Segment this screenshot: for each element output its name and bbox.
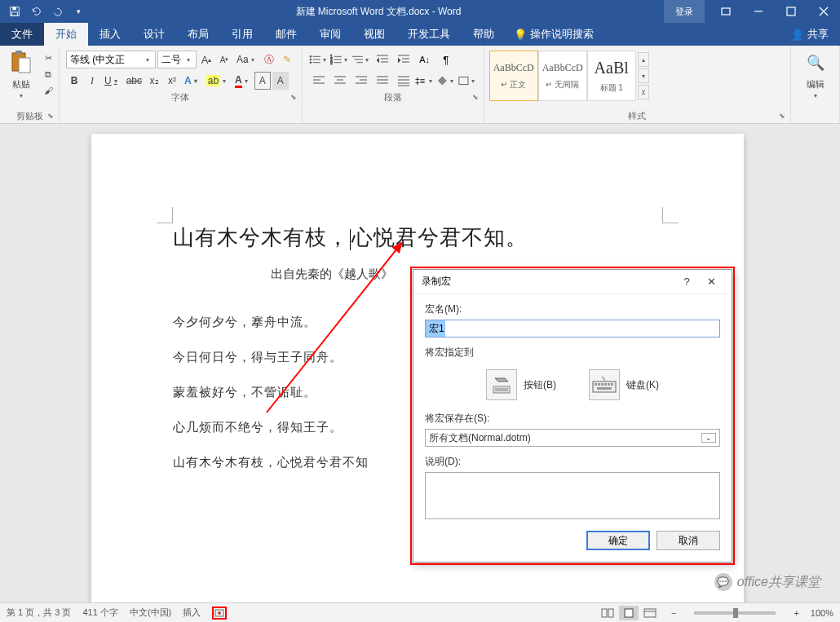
phonetic-icon[interactable]: Ⓐ bbox=[261, 51, 277, 68]
zoom-out-icon[interactable]: − bbox=[671, 608, 676, 618]
highlight-icon[interactable]: ab▾ bbox=[204, 72, 231, 90]
grow-font-icon[interactable]: A▴ bbox=[198, 51, 214, 68]
strike-button[interactable]: abc bbox=[124, 72, 144, 90]
clear-format-icon[interactable]: ✎ bbox=[279, 51, 295, 68]
macro-name-input[interactable] bbox=[425, 320, 720, 337]
font-color-icon[interactable]: A▾ bbox=[232, 72, 253, 90]
doc-title: 山有木兮木有枝，心悦君兮君不知。 bbox=[173, 223, 670, 252]
char-shading-icon[interactable]: A bbox=[272, 72, 289, 90]
clipboard-launcher-icon[interactable]: ⬊ bbox=[47, 112, 54, 120]
align-center-icon[interactable] bbox=[330, 72, 350, 90]
print-layout-icon[interactable] bbox=[619, 606, 639, 620]
styles-launcher-icon[interactable]: ⬊ bbox=[779, 112, 785, 120]
shrink-font-icon[interactable]: A▾ bbox=[216, 51, 232, 68]
maximize-icon[interactable] bbox=[775, 0, 807, 23]
login-button[interactable]: 登录 bbox=[664, 0, 705, 23]
tab-layout[interactable]: 布局 bbox=[176, 23, 220, 46]
subscript-button[interactable]: x₂ bbox=[146, 72, 162, 90]
tab-help[interactable]: 帮助 bbox=[462, 23, 506, 46]
assign-button-option[interactable]: 按钮(B) bbox=[486, 369, 556, 400]
read-mode-icon[interactable] bbox=[598, 606, 617, 620]
font-launcher-icon[interactable]: ⬊ bbox=[290, 93, 297, 101]
store-select[interactable]: 所有文档(Normal.dotm)⌄ bbox=[425, 429, 720, 447]
text-effects-icon[interactable]: A▾ bbox=[182, 72, 202, 90]
insert-mode[interactable]: 插入 bbox=[183, 607, 201, 619]
numbering-icon[interactable]: 123▾ bbox=[330, 51, 350, 68]
align-right-icon[interactable] bbox=[351, 72, 371, 90]
italic-button[interactable]: I bbox=[84, 72, 100, 90]
dialog-help-icon[interactable]: ? bbox=[674, 276, 699, 288]
style-normal[interactable]: AaBbCcD↵ 正文 bbox=[489, 51, 538, 101]
margin-corner bbox=[662, 207, 679, 223]
word-count[interactable]: 411 个字 bbox=[82, 607, 117, 619]
cancel-button[interactable]: 取消 bbox=[657, 531, 720, 550]
tab-home[interactable]: 开始 bbox=[44, 23, 88, 46]
tab-view[interactable]: 视图 bbox=[352, 23, 396, 46]
tab-design[interactable]: 设计 bbox=[132, 23, 176, 46]
borders-icon[interactable]: ▾ bbox=[458, 72, 477, 90]
tab-developer[interactable]: 开发工具 bbox=[396, 23, 462, 46]
decrease-indent-icon[interactable] bbox=[373, 51, 392, 68]
gallery-more-icon[interactable]: ⊻ bbox=[638, 85, 649, 99]
multilevel-icon[interactable]: ▾ bbox=[351, 51, 371, 68]
change-case-icon[interactable]: Aa▾ bbox=[234, 51, 259, 68]
save-icon[interactable] bbox=[7, 3, 23, 20]
char-border-icon[interactable]: A bbox=[254, 72, 271, 90]
page-status[interactable]: 第 1 页，共 3 页 bbox=[7, 607, 71, 619]
editing-button[interactable]: 🔍 编辑 ▾ bbox=[798, 47, 833, 99]
font-size-combo[interactable]: 二号▾ bbox=[157, 51, 197, 68]
show-marks-icon[interactable]: ¶ bbox=[436, 51, 456, 68]
ribbon: 粘贴 ▾ ✂ ⧉ 🖌 剪贴板⬊ 等线 (中文正▾ 二号▾ A▴ A▾ Aa▾ Ⓐ… bbox=[0, 46, 840, 124]
cut-icon[interactable]: ✂ bbox=[41, 51, 55, 65]
tab-file[interactable]: 文件 bbox=[0, 23, 44, 46]
align-left-icon[interactable] bbox=[309, 72, 329, 90]
gallery-up-icon[interactable]: ▴ bbox=[638, 52, 649, 67]
group-font: 等线 (中文正▾ 二号▾ A▴ A▾ Aa▾ Ⓐ ✎ B I U▾ abc x₂… bbox=[60, 46, 303, 123]
bullets-icon[interactable]: ▾ bbox=[309, 51, 329, 68]
underline-button[interactable]: U▾ bbox=[102, 72, 122, 90]
svg-point-13 bbox=[310, 59, 312, 60]
tab-review[interactable]: 审阅 bbox=[308, 23, 352, 46]
style-no-spacing[interactable]: AaBbCcD↵ 无间隔 bbox=[538, 51, 587, 101]
paragraph-launcher-icon[interactable]: ⬊ bbox=[472, 93, 479, 101]
tab-mailings[interactable]: 邮件 bbox=[264, 23, 308, 46]
zoom-level[interactable]: 100% bbox=[811, 608, 833, 618]
record-macro-icon[interactable] bbox=[212, 607, 227, 620]
svg-point-61 bbox=[218, 611, 221, 615]
justify-icon[interactable] bbox=[373, 72, 392, 90]
assign-keyboard-option[interactable]: 键盘(K) bbox=[589, 369, 659, 400]
svg-rect-53 bbox=[595, 383, 597, 386]
distributed-icon[interactable] bbox=[394, 72, 413, 90]
gallery-down-icon[interactable]: ▾ bbox=[638, 68, 649, 83]
qat-more-icon[interactable]: ▾ bbox=[70, 3, 86, 20]
close-icon[interactable] bbox=[807, 0, 840, 23]
tab-insert[interactable]: 插入 bbox=[88, 23, 132, 46]
format-painter-icon[interactable]: 🖌 bbox=[41, 83, 55, 98]
line-spacing-icon[interactable]: ‡≡▾ bbox=[415, 72, 435, 90]
shading-icon[interactable]: ▾ bbox=[436, 72, 456, 90]
copy-icon[interactable]: ⧉ bbox=[41, 67, 55, 82]
font-name-combo[interactable]: 等线 (中文正▾ bbox=[66, 51, 156, 68]
svg-rect-10 bbox=[19, 58, 30, 73]
zoom-in-icon[interactable]: + bbox=[794, 608, 798, 618]
style-heading1[interactable]: AaBl标题 1 bbox=[587, 51, 636, 101]
ribbon-display-icon[interactable] bbox=[710, 0, 742, 23]
minimize-icon[interactable] bbox=[742, 0, 775, 23]
redo-icon[interactable] bbox=[49, 3, 65, 20]
paste-button[interactable]: 粘贴 ▾ bbox=[3, 47, 39, 99]
bold-button[interactable]: B bbox=[66, 72, 82, 90]
desc-textarea[interactable] bbox=[425, 472, 720, 519]
dialog-close-icon[interactable]: ✕ bbox=[699, 276, 723, 288]
zoom-slider[interactable] bbox=[694, 611, 776, 615]
language-status[interactable]: 中文(中国) bbox=[130, 607, 171, 619]
tab-references[interactable]: 引用 bbox=[220, 23, 264, 46]
tell-me-search[interactable]: 💡操作说明搜索 bbox=[506, 23, 602, 46]
increase-indent-icon[interactable] bbox=[394, 51, 413, 68]
web-layout-icon[interactable] bbox=[640, 606, 660, 620]
ok-button[interactable]: 确定 bbox=[586, 531, 650, 550]
sort-icon[interactable]: A↓ bbox=[415, 51, 435, 68]
share-button[interactable]: 👤共享 bbox=[780, 23, 840, 46]
undo-icon[interactable] bbox=[28, 3, 44, 20]
superscript-button[interactable]: x² bbox=[164, 72, 180, 90]
svg-text:3: 3 bbox=[330, 61, 333, 65]
